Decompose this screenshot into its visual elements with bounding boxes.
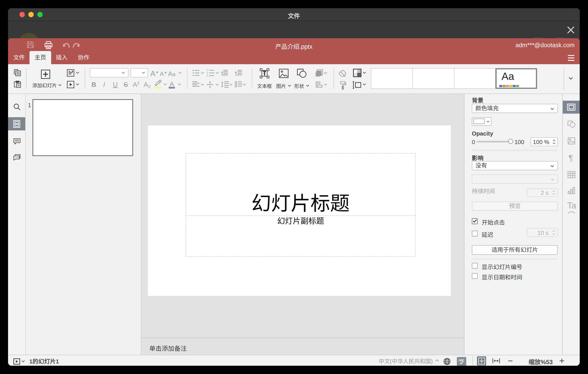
svg-text:2: 2 <box>207 72 208 74</box>
svg-text:3: 3 <box>207 74 208 77</box>
svg-text:ABC: ABC <box>458 359 464 362</box>
svg-text:1: 1 <box>207 69 208 71</box>
